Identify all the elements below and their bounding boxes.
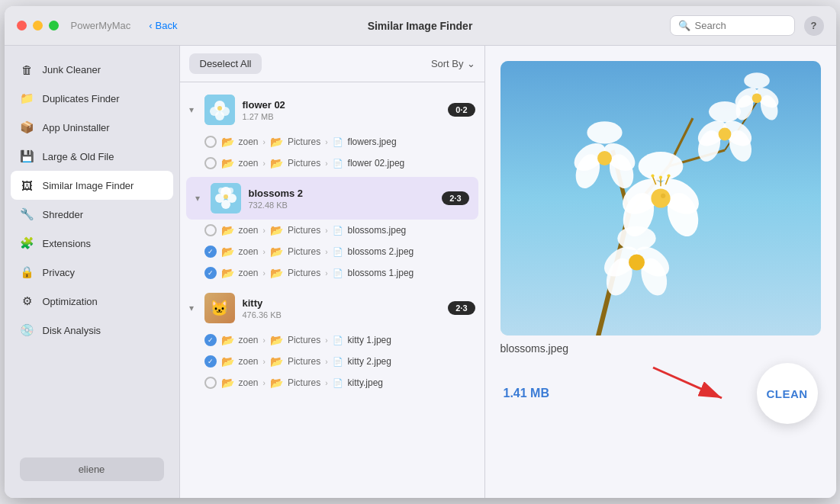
file-folder: Pictures [288, 136, 320, 147]
sidebar-item-privacy[interactable]: 🔒 Privacy [11, 258, 173, 287]
sort-chevron-icon: ⌄ [467, 58, 475, 69]
breadcrumb-arrow: › [263, 269, 266, 278]
sidebar-item-optimization[interactable]: ⚙ Optimization [11, 287, 173, 316]
file-folder: Pictures [288, 377, 320, 388]
breadcrumb-arrow: › [325, 336, 327, 345]
help-button[interactable]: ? [804, 16, 824, 36]
sidebar-label-similar-image-finder: Similar Image Finder [43, 180, 134, 191]
sidebar-item-shredder[interactable]: 🔧 Shredder [11, 200, 173, 229]
search-input[interactable] [695, 20, 787, 31]
file-doc-icon: 📄 [333, 378, 343, 388]
breadcrumb-arrow: › [263, 379, 266, 387]
folder-icon: 📂 [270, 334, 283, 346]
svg-point-33 [597, 151, 612, 165]
file-folder: Pictures [288, 225, 320, 236]
minimize-button[interactable] [33, 21, 43, 30]
folder-icon: 📂 [270, 136, 283, 148]
close-button[interactable] [17, 21, 27, 30]
sidebar-label-optimization: Optimization [43, 296, 98, 307]
clean-button[interactable]: CLEAN [757, 363, 818, 424]
sidebar-bottom: eliene [11, 450, 173, 489]
file-path: zoen [239, 246, 259, 257]
folder-icon: 📂 [270, 224, 283, 236]
sidebar-item-duplicates-finder[interactable]: 📁 Duplicates Finder [11, 84, 173, 113]
file-folder: Pictures [288, 268, 320, 278]
file-checkbox[interactable] [204, 267, 217, 279]
file-item[interactable]: 📂 zoen › 📂 Pictures › 📄 flower 02.jpeg [180, 152, 484, 174]
svg-point-39 [718, 128, 731, 141]
svg-point-40 [744, 72, 770, 88]
group-size-flower-02: 1.27 MB [243, 112, 441, 121]
group-info-blossoms-2: blossoms 2 732.48 KB [249, 188, 435, 210]
file-folder: Pictures [288, 158, 320, 169]
file-path: zoen [239, 335, 259, 345]
sidebar-item-disk-analysis[interactable]: 💿 Disk Analysis [11, 316, 173, 345]
sidebar-item-junk-cleaner[interactable]: 🗑 Junk Cleaner [11, 55, 173, 84]
sidebar-item-extensions[interactable]: 🧩 Extensions [11, 229, 173, 258]
sidebar-label-extensions: Extensions [43, 238, 92, 249]
folder-icon: 📂 [221, 355, 234, 368]
file-item[interactable]: 📂 zoen › 📂 Pictures › 📄 blossoms 2.jpeg [180, 241, 484, 262]
file-name: blossoms 2.jpeg [348, 246, 414, 257]
breadcrumb-arrow: › [325, 379, 327, 387]
file-item[interactable]: 📂 zoen › 📂 Pictures › 📄 flowers.jpeg [180, 131, 484, 152]
sidebar-label-large-old-file: Large & Old File [43, 151, 114, 162]
group-header-flower-02[interactable]: ▾ flower 02 [180, 88, 484, 131]
disk-analysis-icon: 💿 [20, 323, 35, 338]
folder-icon: 📂 [270, 355, 283, 368]
file-name: blossoms.jpeg [348, 225, 407, 236]
group-header-kitty[interactable]: ▾ 🐱 kitty 476.36 KB 2·3 [180, 287, 484, 329]
preview-image-svg [500, 61, 821, 335]
deselect-all-button[interactable]: Deselect All [189, 53, 262, 74]
folder-icon: 📂 [221, 334, 234, 346]
folder-icon: 📂 [221, 224, 234, 236]
file-path: zoen [239, 268, 259, 278]
group-info-kitty: kitty 476.36 KB [243, 297, 441, 319]
sidebar-item-app-uninstaller[interactable]: 📦 App Uninstaller [11, 113, 173, 142]
sidebar-item-similar-image-finder[interactable]: 🖼 Similar Image Finder [11, 171, 173, 200]
file-item[interactable]: 📂 zoen › 📂 Pictures › 📄 blossoms.jpeg [180, 220, 484, 241]
file-name: blossoms 1.jpeg [348, 268, 414, 278]
file-name: kitty 2.jpeg [348, 356, 391, 367]
svg-point-45 [751, 93, 761, 103]
file-name: flower 02.jpeg [348, 158, 405, 169]
file-item[interactable]: 📂 zoen › 📂 Pictures › 📄 blossoms 1.jpeg [180, 262, 484, 284]
file-checkbox[interactable] [204, 246, 217, 258]
privacy-icon: 🔒 [20, 265, 35, 280]
group-badge-blossoms-2: 2·3 [442, 191, 468, 205]
file-folder: Pictures [288, 335, 320, 345]
file-checkbox[interactable] [204, 377, 217, 389]
maximize-button[interactable] [49, 21, 59, 30]
file-item[interactable]: 📂 zoen › 📂 Pictures › 📄 kitty.jpeg [180, 372, 484, 393]
sort-by-button[interactable]: Sort By ⌄ [431, 58, 475, 69]
group-badge-kitty: 2·3 [448, 301, 475, 315]
file-checkbox[interactable] [204, 136, 217, 148]
breadcrumb-arrow: › [325, 269, 327, 278]
file-checkbox[interactable] [204, 334, 217, 346]
search-bar[interactable]: 🔍 [670, 15, 795, 36]
file-checkbox[interactable] [204, 157, 217, 169]
file-doc-icon: 📄 [333, 159, 343, 169]
group-header-blossoms-2[interactable]: ▾ [186, 177, 478, 220]
sidebar-item-large-old-file[interactable]: 💾 Large & Old File [11, 142, 173, 171]
folder-icon: 📂 [270, 246, 283, 258]
file-name: flowers.jpeg [348, 136, 397, 147]
similar-image-finder-icon: 🖼 [20, 178, 35, 193]
preview-info-bar: blossoms.jpeg [500, 342, 821, 355]
file-item[interactable]: 📂 zoen › 📂 Pictures › 📄 kitty 1.jpeg [180, 329, 484, 351]
sidebar: 🗑 Junk Cleaner 📁 Duplicates Finder 📦 App… [5, 46, 180, 498]
back-button[interactable]: ‹ Back [149, 20, 177, 31]
file-checkbox[interactable] [204, 355, 217, 368]
user-badge: eliene [20, 457, 164, 481]
file-item[interactable]: 📂 zoen › 📂 Pictures › 📄 kitty 2.jpeg [180, 351, 484, 372]
arrow-svg [645, 360, 737, 406]
file-path: zoen [239, 158, 259, 169]
file-checkbox[interactable] [204, 224, 217, 236]
folder-icon: 📂 [221, 267, 234, 279]
breadcrumb-arrow: › [263, 159, 266, 168]
group-name-flower-02: flower 02 [243, 99, 441, 111]
file-doc-icon: 📄 [333, 357, 343, 367]
file-path: zoen [239, 377, 259, 388]
extensions-icon: 🧩 [20, 236, 35, 251]
traffic-lights [17, 21, 59, 30]
